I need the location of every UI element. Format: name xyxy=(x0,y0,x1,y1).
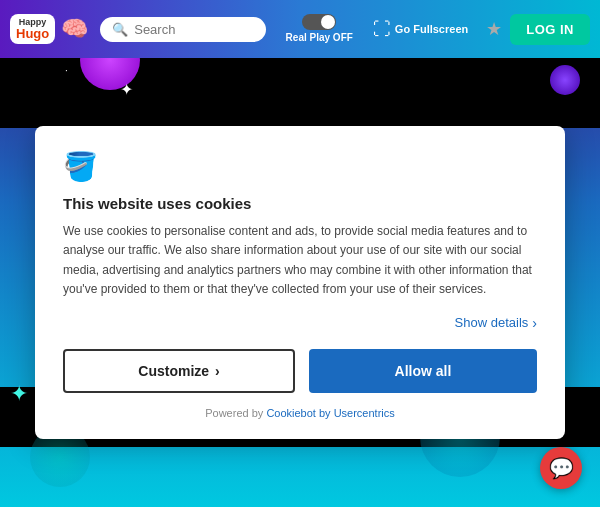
cookie-buttons: Customize › Allow all xyxy=(63,349,537,393)
customize-button[interactable]: Customize › xyxy=(63,349,295,393)
real-play-toggle-area: Real Play OFF xyxy=(286,14,353,44)
cookiebot-link[interactable]: Cookiebot by Usercentrics xyxy=(266,407,394,419)
allow-all-button[interactable]: Allow all xyxy=(309,349,537,393)
powered-by-row: Powered by Cookiebot by Usercentrics xyxy=(63,407,537,419)
chat-bubble-button[interactable]: 💬 xyxy=(540,447,582,489)
fullscreen-button[interactable]: ⛶ Go Fullscreen xyxy=(373,19,468,40)
login-button[interactable]: LOG IN xyxy=(510,14,590,45)
show-details-link[interactable]: Show details › xyxy=(455,315,537,331)
modal-overlay: 🪣 This website uses cookies We use cooki… xyxy=(0,58,600,507)
show-details-label: Show details xyxy=(455,315,529,330)
logo-box: Happy Hugo xyxy=(10,14,55,44)
header: Happy Hugo 🧠 🔍 Real Play OFF ⛶ Go Fullsc… xyxy=(0,0,600,58)
toggle-label: Real Play OFF xyxy=(286,32,353,44)
chat-icon: 💬 xyxy=(549,456,574,480)
logo-hugo-text: Hugo xyxy=(16,27,49,40)
cookie-body-text: We use cookies to personalise content an… xyxy=(63,222,537,299)
fullscreen-label: Go Fullscreen xyxy=(395,23,468,35)
chevron-right-icon: › xyxy=(532,315,537,331)
logo-area: Happy Hugo 🧠 xyxy=(10,14,88,44)
search-input[interactable] xyxy=(134,22,253,37)
customize-label: Customize xyxy=(138,363,209,379)
cookie-logo-icon: 🪣 xyxy=(63,150,537,183)
fullscreen-icon: ⛶ xyxy=(373,19,391,40)
brain-icon: 🧠 xyxy=(61,16,88,42)
real-play-toggle[interactable] xyxy=(302,14,336,30)
cookie-title: This website uses cookies xyxy=(63,195,537,212)
show-details-row: Show details › xyxy=(63,315,537,331)
search-bar[interactable]: 🔍 xyxy=(100,17,265,42)
cookie-modal: 🪣 This website uses cookies We use cooki… xyxy=(35,126,565,439)
toggle-knob xyxy=(321,15,335,29)
star-icon: ★ xyxy=(486,18,502,40)
search-icon: 🔍 xyxy=(112,22,128,37)
customize-chevron-icon: › xyxy=(215,363,220,379)
powered-by-text: Powered by xyxy=(205,407,266,419)
